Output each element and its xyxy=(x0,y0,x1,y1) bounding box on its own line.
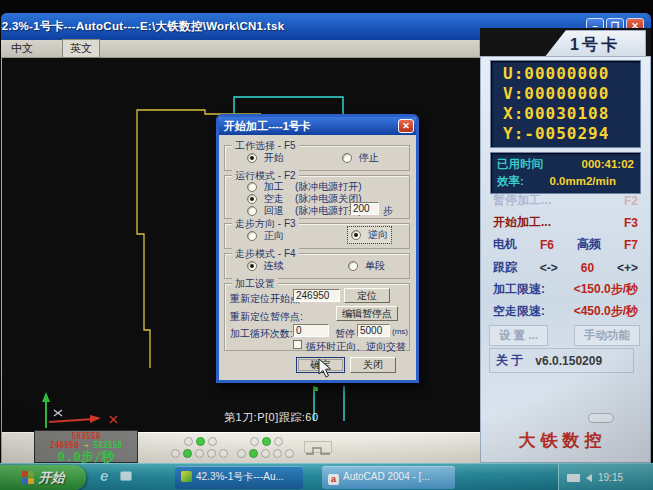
autocad-task-icon: a xyxy=(328,474,339,485)
relocate-pause-label: 重新定位暂停点: xyxy=(230,310,303,324)
alternate-checkbox-label: 循环时正向、逆向交替 xyxy=(306,340,406,354)
menu-english[interactable]: 英文 xyxy=(62,39,100,58)
cut-speed-limit-row: 加工限速: <150.0步/秒 xyxy=(493,281,638,298)
machining-settings-legend: 加工设置 xyxy=(232,277,278,291)
taskbar-item-autocad[interactable]: aAutoCAD 2004 - [... xyxy=(322,466,455,489)
radio-forward-label: 正向 xyxy=(264,230,284,241)
quick-launch: e xyxy=(100,467,132,484)
mouse-cursor xyxy=(318,358,334,380)
led-indicator xyxy=(273,449,282,458)
time-efficiency-display: 已用时间 000:41:02 效率: 0.0mm2/min xyxy=(490,152,641,194)
led-indicator xyxy=(195,449,204,458)
alternate-checkbox[interactable] xyxy=(293,340,302,349)
coordinate-display: U:00000000 V:00000000 X:00030108 Y:-0050… xyxy=(490,60,641,148)
radio-continuous[interactable] xyxy=(247,261,257,271)
radio-back[interactable] xyxy=(247,206,257,216)
radio-option-forward[interactable]: 正向 xyxy=(247,229,284,243)
motor-label[interactable]: 电机 xyxy=(493,236,517,253)
loop-count-input[interactable]: 0 xyxy=(293,324,329,337)
panel-collapse-button[interactable] xyxy=(588,413,614,423)
cut-speed-limit-label: 加工限速: xyxy=(493,281,545,298)
radio-reverse-label: 逆向 xyxy=(368,229,388,240)
hf-label[interactable]: 高频 xyxy=(577,236,601,253)
autocut-control-panel: U:00000000 V:00000000 X:00030108 Y:-0050… xyxy=(480,56,651,463)
radio-option-start[interactable]: 开始 xyxy=(247,151,284,165)
radio-stop-label: 停止 xyxy=(359,152,379,163)
relocate-start-label: 重新定位开始点: xyxy=(230,292,303,306)
start-machining-item[interactable]: 开始加工... F3 xyxy=(493,214,638,231)
internet-explorer-icon[interactable]: e xyxy=(100,467,108,484)
led-indicator xyxy=(250,437,259,446)
pause-ms-unit: (ms) xyxy=(392,327,408,336)
version-text: v6.0.150209 xyxy=(535,354,602,368)
led-indicator-on xyxy=(183,449,192,458)
radio-option-reverse[interactable]: 逆向 xyxy=(348,227,391,243)
coord-v: V:00000000 xyxy=(503,84,640,104)
autocut-task-icon xyxy=(181,471,192,482)
tracking-increase-button[interactable]: <+> xyxy=(617,261,638,275)
settings-button[interactable]: 设 置 ... xyxy=(489,325,548,346)
readout-speed: 0.0步/秒 xyxy=(35,450,137,464)
pause-ms-input[interactable]: 5000 xyxy=(357,324,390,337)
led-indicator xyxy=(261,449,270,458)
led-indicator xyxy=(171,449,180,458)
dialog-titlebar[interactable]: 开始加工----1号卡 ✕ xyxy=(219,117,416,135)
start-machining-label[interactable]: 开始加工... xyxy=(493,214,551,231)
readout-target: 583558 xyxy=(35,432,137,441)
pause-machining-key: F2 xyxy=(624,194,638,208)
radio-cut[interactable] xyxy=(247,182,257,192)
led-indicator xyxy=(219,449,228,458)
led-indicator xyxy=(237,449,246,458)
efficiency-value: 0.0mm2/min xyxy=(550,173,616,190)
start-button-label: 开始 xyxy=(39,470,65,485)
volume-tray-icon[interactable] xyxy=(586,474,592,482)
radio-start[interactable] xyxy=(247,153,257,163)
idle-speed-limit-label: 空走限速: xyxy=(493,303,545,320)
locate-button[interactable]: 定位 xyxy=(344,288,390,303)
led-group-4 xyxy=(237,449,294,458)
radio-start-label: 开始 xyxy=(264,152,284,163)
radio-single[interactable] xyxy=(348,261,358,271)
relocate-start-input[interactable]: 246950 xyxy=(293,289,340,302)
about-row[interactable]: 关 于 v6.0.150209 xyxy=(489,348,634,373)
windows-logo-icon xyxy=(22,471,35,484)
backstep-unit: 步 xyxy=(383,204,393,218)
pause-ms-label: 暂停 xyxy=(335,327,355,341)
dialog-close-button[interactable]: ✕ xyxy=(398,119,414,133)
taskbar: 开始 e 42.3%-1号卡---Au... aAutoCAD 2004 - [… xyxy=(0,463,653,490)
tracking-value: 60 xyxy=(581,261,594,275)
start-button[interactable]: 开始 xyxy=(0,465,86,490)
radio-option-single[interactable]: 单段 xyxy=(348,259,385,273)
radio-forward[interactable] xyxy=(247,231,257,241)
edit-pause-button[interactable]: 编辑暂停点 xyxy=(336,306,398,321)
show-desktop-icon[interactable] xyxy=(120,471,132,481)
radio-option-stop[interactable]: 停止 xyxy=(342,151,379,165)
radio-idle-label: 空走 xyxy=(264,193,284,204)
led-indicator xyxy=(274,437,283,446)
led-indicator xyxy=(207,449,216,458)
tracking-decrease-button[interactable]: <-> xyxy=(540,261,558,275)
radio-reverse[interactable] xyxy=(351,230,361,240)
radio-stop[interactable] xyxy=(342,153,352,163)
radio-option-back[interactable]: 回退 xyxy=(247,204,284,218)
backstep-input[interactable]: 200 xyxy=(350,202,379,215)
autocut-task-label: 42.3%-1号卡---Au... xyxy=(196,471,284,482)
menu-chinese[interactable]: 中文 xyxy=(4,40,40,57)
led-indicator-on xyxy=(262,437,271,446)
elapsed-label: 已用时间 xyxy=(497,156,543,173)
dialog-cancel-button[interactable]: 关闭 xyxy=(350,357,396,373)
motor-key: F6 xyxy=(540,238,554,252)
radio-option-continuous[interactable]: 连续 xyxy=(247,259,284,273)
loop-count-label: 加工循环次数: xyxy=(230,327,293,341)
led-indicator xyxy=(285,449,294,458)
start-machining-key: F3 xyxy=(624,216,638,230)
radio-idle[interactable] xyxy=(247,194,257,204)
about-label[interactable]: 关 于 xyxy=(496,352,523,369)
manual-function-button[interactable]: 手动功能 xyxy=(574,325,640,346)
system-tray: 19:15 xyxy=(558,464,653,490)
taskbar-item-autocut[interactable]: 42.3%-1号卡---Au... xyxy=(175,466,303,489)
window-title: 42.3%-1号卡---AutoCut----E:\大铁数控\Work\CN1.… xyxy=(1,19,284,34)
hf-key: F7 xyxy=(624,238,638,252)
led-group-2 xyxy=(250,437,283,446)
brand-text: 大铁数控 xyxy=(481,429,644,452)
